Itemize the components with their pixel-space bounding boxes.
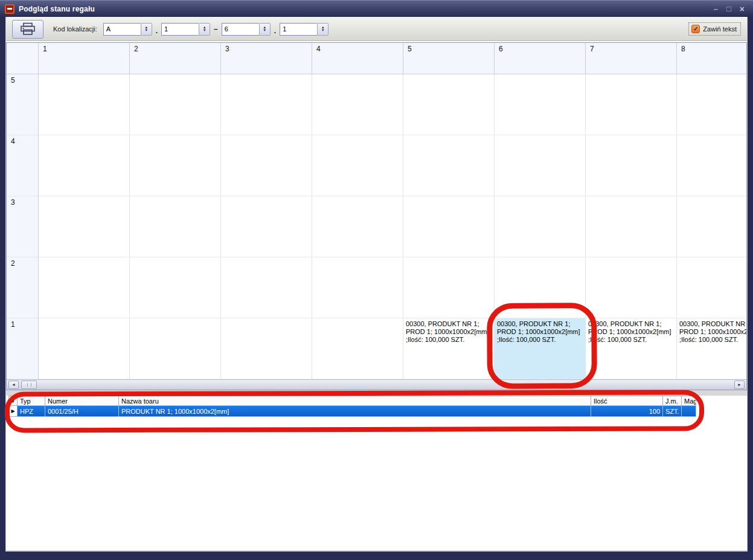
rack-letter-input[interactable] [103,23,141,36]
col-header-nazwa[interactable]: Nazwa toaru [119,396,591,406]
grid-cell[interactable] [312,318,403,379]
cell-ilosc[interactable]: 100 [591,406,663,417]
product-cell-text: 00300, PRODUKT NR 1; PROD 1; 1000x1000x2… [403,318,494,344]
cell-typ[interactable]: HPZ [18,406,45,417]
grid-cell[interactable] [312,257,403,318]
col-header-numer[interactable]: Numer [45,396,119,406]
grid-cell[interactable] [39,74,130,135]
col-header-mag[interactable]: Mag [682,396,696,406]
grid-cell[interactable] [39,135,130,196]
col-header-jm[interactable]: J.m. [663,396,682,406]
close-icon[interactable]: × [740,5,745,13]
grid-cell[interactable] [312,74,403,135]
grid-cell[interactable] [495,135,586,196]
column-header: 7 [586,43,677,74]
separator-dot: . [274,27,276,35]
cell-numer[interactable]: 0001/25/H [45,406,119,417]
grid-row: 1 00300, PRODUKT NR 1; PROD 1; 1000x1000… [7,318,746,379]
grid-cell-product[interactable]: 00300, PRODUKT NR 1; PROD 1; 1000x1000x2… [586,318,677,379]
splitter [6,390,747,396]
scroll-right-icon[interactable]: ► [734,381,745,389]
spinner-buttons[interactable]: ▲ ▼ [317,23,328,36]
grid-cell-product[interactable]: 00300, PRODUKT NR 1; PROD 1; 1000x1000x2… [403,318,495,379]
spin-down-icon[interactable]: ▼ [263,29,266,32]
column-header: 5 [403,43,495,74]
row-marker-icon: ▶ [8,406,18,417]
title-bar: Podgląd stanu regału – □ × [0,0,753,17]
grid-cell[interactable] [221,257,312,318]
grid-cell-product[interactable]: 00300, PRODUKT NR 1; PROD 1; 1000x1000x2… [677,318,747,379]
grid-cell-product-highlighted[interactable]: 00300, PRODUKT NR 1; PROD 1; 1000x1000x2… [495,318,586,379]
cell-nazwa[interactable]: PRODUKT NR 1; 1000x1000x2[mm] [119,406,591,417]
grid-cell[interactable] [403,196,495,257]
scrollbar-thumb[interactable] [21,381,37,389]
wrap-text-checkbox[interactable]: ✓ Zawiń tekst [688,22,741,36]
toolbar: Kod lokalizacji: ▲ ▼ . ▲ ▼ – ▲ [6,17,747,41]
spinner-buttons[interactable]: ▲ ▼ [141,23,152,36]
grid-cell[interactable] [130,196,221,257]
window-controls: – □ × [714,5,748,13]
spin-down-icon[interactable]: ▼ [321,29,325,32]
grid-cell[interactable] [495,196,586,257]
checkbox-checked-icon[interactable]: ✓ [691,25,700,33]
grid-row: 3 [7,196,746,257]
horizontal-scrollbar[interactable]: ◄ ► [7,379,746,390]
wrap-text-label: Zawiń tekst [703,25,737,33]
grid-cell[interactable] [130,318,221,379]
print-button[interactable] [12,20,43,39]
spin-down-icon[interactable]: ▼ [203,29,207,32]
cell-jm[interactable]: SZT. [663,406,682,417]
grid-cell[interactable] [586,74,677,135]
grid-cell[interactable] [677,74,747,135]
stock-table: ▼ Typ Numer Nazwa toaru Ilość J.m. Mag ▶… [8,396,696,417]
grid-cell[interactable] [39,318,130,379]
spinner-buttons[interactable]: ▲ ▼ [259,23,271,36]
grid-cell[interactable] [221,135,312,196]
spinner-buttons[interactable]: ▲ ▼ [199,23,210,36]
app-window: Podgląd stanu regału – □ × Kod lokalizac… [0,0,753,560]
col-from-input[interactable] [161,23,199,36]
grid-cell[interactable] [39,257,130,318]
location-col-to-spinner: ▲ ▼ [222,23,271,36]
scroll-left-icon[interactable]: ◄ [8,381,19,389]
row-header: 5 [7,74,39,135]
product-cell-text: 00300, PRODUKT NR 1; PROD 1; 1000x1000x2… [586,318,676,344]
table-row-selected[interactable]: ▶ HPZ 0001/25/H PRODUKT NR 1; 1000x1000x… [8,406,696,417]
grid-cell[interactable] [586,257,677,318]
grid-cell[interactable] [495,74,586,135]
level-input[interactable] [280,23,317,36]
filter-icon[interactable]: ▼ [8,396,18,406]
grid-cell[interactable] [677,257,747,318]
grid-cell[interactable] [221,74,312,135]
grid-cell[interactable] [677,196,747,257]
grid-row: 5 [7,74,746,135]
maximize-icon[interactable]: □ [726,5,731,13]
grid-cell[interactable] [403,74,495,135]
col-to-input[interactable] [222,23,259,36]
window-title: Podgląd stanu regału [19,5,95,13]
grid-cell[interactable] [586,196,677,257]
grid-cell[interactable] [403,135,495,196]
grid-cell[interactable] [312,196,403,257]
grid-cell[interactable] [130,74,221,135]
minimize-icon[interactable]: – [714,5,718,13]
col-header-ilosc[interactable]: Ilość [591,396,663,406]
grid-cell[interactable] [221,318,312,379]
product-cell-text: 00300, PRODUKT NR 1; PROD 1; 1000x1000x2… [495,318,585,344]
grid-cell[interactable] [495,257,586,318]
grid-cell[interactable] [312,135,403,196]
row-header: 4 [7,135,39,196]
grid-cell[interactable] [221,196,312,257]
row-header: 2 [7,257,39,318]
grid-column-header-row: 1 2 3 4 5 6 7 8 [7,43,746,74]
grid-cell[interactable] [130,135,221,196]
grid-cell[interactable] [403,257,495,318]
grid-cell[interactable] [39,196,130,257]
grid-cell[interactable] [677,135,747,196]
grid-cell[interactable] [130,257,221,318]
grid-corner-cell [7,43,39,74]
grid-cell[interactable] [586,135,677,196]
cell-mag[interactable] [682,406,696,417]
spin-down-icon[interactable]: ▼ [144,29,148,32]
col-header-typ[interactable]: Typ [18,396,45,406]
